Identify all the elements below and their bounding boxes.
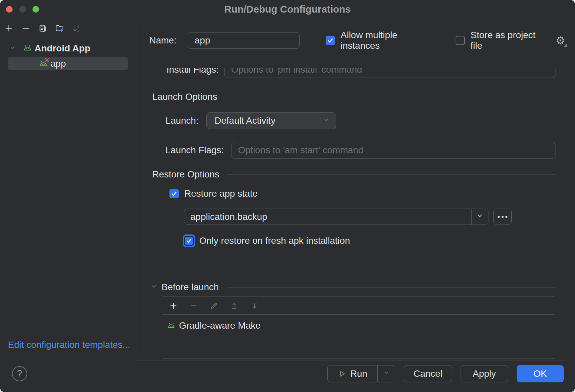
chevron-down-icon[interactable] — [9, 43, 16, 54]
checkbox-icon — [326, 36, 335, 45]
browse-backup-file-button[interactable]: ••• — [493, 209, 512, 225]
before-launch-toolbar — [163, 297, 555, 315]
minimize-window-button[interactable] — [19, 6, 26, 13]
before-launch-task-row[interactable]: Gradle-aware Make — [163, 320, 555, 331]
window-controls — [6, 6, 39, 13]
add-icon — [4, 24, 13, 33]
svg-text:a: a — [77, 24, 79, 28]
store-settings-button[interactable]: ⚙ — [554, 34, 566, 47]
restore-app-state-checkbox[interactable]: Restore app state — [169, 186, 566, 202]
run-button-label: Run — [350, 368, 367, 379]
configurations-tree: Android App app — [0, 41, 137, 70]
remove-icon — [189, 301, 198, 310]
backup-file-value: application.backup — [184, 212, 471, 222]
move-task-down-button[interactable] — [249, 300, 260, 311]
titlebar: Run/Debug Configurations — [0, 0, 575, 18]
before-launch-section-header: Before launch — [150, 281, 556, 293]
dialog-title: Run/Debug Configurations — [0, 0, 575, 19]
configuration-editor: Name: Allow multiple instances Store as … — [137, 18, 575, 355]
chevron-down-icon — [476, 211, 484, 222]
maximize-window-button[interactable] — [32, 6, 39, 13]
launch-flags-label: Launch Flags: — [165, 145, 231, 156]
run-split-button: Run — [327, 365, 395, 382]
android-error-icon — [38, 58, 49, 69]
form-scroll-area[interactable]: Install Flags: Launch Options Launch: De… — [137, 68, 566, 361]
remove-configuration-button[interactable] — [20, 23, 31, 34]
store-as-project-file-checkbox[interactable]: Store as project file — [456, 30, 550, 51]
launch-flags-input[interactable] — [231, 142, 555, 159]
focus-ring — [183, 234, 195, 247]
move-task-up-button[interactable] — [228, 300, 240, 311]
dialog-body: a z Android App — [0, 18, 575, 355]
move-down-icon — [250, 301, 259, 310]
ellipsis-icon: ••• — [497, 213, 509, 221]
before-launch-task-label: Gradle-aware Make — [179, 320, 261, 331]
launch-options-title: Launch Options — [152, 92, 217, 102]
install-flags-row: Install Flags: — [137, 68, 566, 78]
configurations-sidebar: a z Android App — [0, 18, 137, 355]
restore-options-title: Restore Options — [152, 169, 219, 180]
corner-dropdown-triangle-icon — [564, 44, 567, 47]
launch-options-section-header: Launch Options — [152, 91, 556, 103]
install-flags-input[interactable] — [224, 68, 555, 78]
add-icon — [169, 301, 178, 310]
section-divider — [227, 287, 556, 288]
allow-multiple-instances-checkbox[interactable]: Allow multiple instances — [326, 30, 439, 51]
cancel-button[interactable]: Cancel — [404, 365, 452, 382]
add-configuration-button[interactable] — [3, 23, 14, 34]
apply-button[interactable]: Apply — [461, 365, 508, 382]
before-launch-title: Before launch — [161, 282, 219, 293]
remove-icon — [21, 24, 30, 33]
new-folder-icon — [55, 24, 64, 33]
launch-flags-row: Launch Flags: — [137, 142, 566, 159]
combobox-dropdown-button[interactable] — [471, 209, 488, 225]
install-flags-label: Install Flags: — [166, 68, 224, 75]
new-folder-button[interactable] — [54, 23, 65, 34]
run-debug-configurations-dialog: Run/Debug Configurations — [0, 0, 575, 392]
android-icon — [167, 321, 176, 330]
run-button[interactable]: Run — [328, 365, 377, 382]
close-window-button[interactable] — [6, 6, 13, 13]
add-task-button[interactable] — [168, 300, 179, 311]
launch-select[interactable]: Default Activity — [206, 112, 336, 129]
restore-options-section-header: Restore Options — [152, 168, 556, 180]
sort-configurations-button[interactable]: a z — [71, 23, 82, 34]
restore-app-state-label: Restore app state — [184, 188, 258, 199]
store-as-project-file-label: Store as project file — [471, 30, 550, 51]
help-button[interactable]: ? — [12, 366, 27, 381]
run-options-dropdown-button[interactable] — [377, 365, 395, 382]
move-up-icon — [230, 301, 238, 310]
section-divider — [225, 97, 556, 97]
action-buttons: Run Cancel Apply OK — [327, 365, 564, 382]
chevron-down-icon — [322, 115, 331, 126]
edit-configuration-templates-link[interactable]: Edit configuration templates... — [8, 340, 130, 350]
tree-node-android-app[interactable]: Android App — [0, 41, 137, 55]
collapse-chevron-icon[interactable] — [150, 282, 158, 293]
play-icon — [338, 369, 346, 378]
tree-item-app-selected[interactable]: app — [8, 57, 128, 70]
edit-task-button[interactable] — [208, 300, 220, 311]
before-launch-panel: Gradle-aware Make — [163, 296, 555, 359]
remove-task-button[interactable] — [188, 300, 199, 311]
android-icon — [23, 43, 32, 53]
launch-row: Launch: Default Activity — [137, 112, 566, 129]
ok-button[interactable]: OK — [517, 365, 564, 382]
only-restore-checkbox[interactable]: Only restore on fresh apk installation — [183, 233, 566, 248]
copy-configuration-button[interactable] — [37, 23, 48, 34]
dialog-footer: ? Run Cancel Apply OK — [0, 355, 575, 392]
launch-select-value: Default Activity — [215, 115, 276, 126]
sort-alphabetically-icon: a z — [72, 24, 81, 33]
question-mark-icon: ? — [17, 368, 22, 379]
form-content: Install Flags: Launch Options Launch: De… — [137, 68, 566, 359]
name-row: Name: Allow multiple instances Store as … — [149, 32, 566, 49]
name-input[interactable] — [188, 32, 300, 49]
section-divider — [227, 174, 556, 175]
checkbox-icon — [456, 36, 465, 45]
tree-item-label: app — [50, 58, 66, 69]
backup-file-combobox[interactable]: application.backup — [184, 209, 488, 225]
edit-pencil-icon — [210, 301, 218, 310]
copy-icon — [38, 24, 47, 33]
checkbox-icon — [184, 236, 194, 246]
svg-text:z: z — [77, 28, 79, 32]
allow-multiple-instances-label: Allow multiple instances — [341, 30, 439, 51]
